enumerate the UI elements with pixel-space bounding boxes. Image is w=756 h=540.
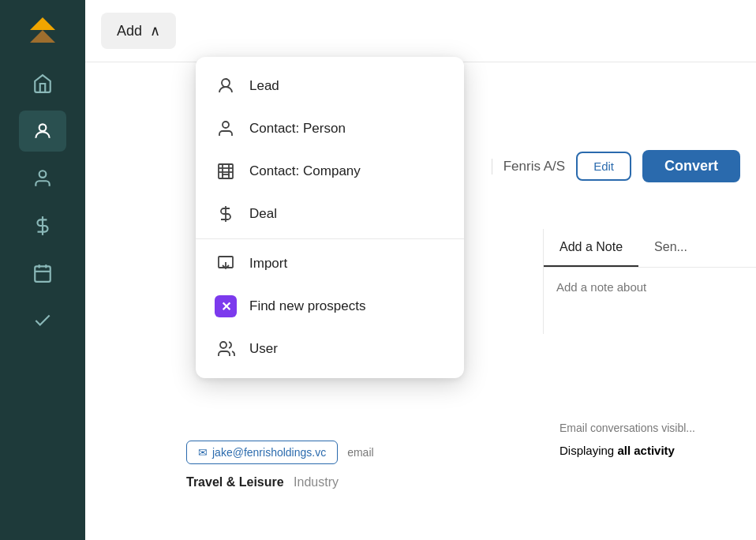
displaying-row: Displaying all activity (547, 444, 756, 457)
right-panel: Add a Note Sen... (543, 229, 756, 334)
svg-point-4 (39, 171, 47, 178)
main-content: Add ∧ Lead Contact: Person (85, 0, 756, 540)
svg-marker-0 (30, 17, 55, 30)
svg-point-11 (223, 122, 229, 128)
svg-point-3 (42, 130, 43, 132)
dropdown-item-deal[interactable]: Deal (196, 193, 464, 235)
add-dropdown-menu: Lead Contact: Person (196, 57, 464, 378)
email-type-label: email (347, 446, 373, 459)
sidebar-item-deals[interactable] (19, 205, 66, 246)
deal-icon (215, 203, 237, 225)
add-button-label: Add (117, 23, 142, 39)
sidebar-item-tasks[interactable] (19, 300, 66, 341)
sidebar-item-home[interactable] (19, 63, 66, 104)
chevron-up-icon: ∧ (150, 22, 160, 39)
email-icon: ✉ (198, 446, 208, 459)
company-action-row: Fenris A/S Edit Convert (492, 150, 740, 182)
sidebar-item-leads[interactable] (19, 111, 66, 152)
lead-label: Lead (249, 78, 279, 94)
contact-company-label: Contact: Company (249, 163, 361, 179)
edit-button[interactable]: Edit (576, 152, 631, 181)
dropdown-item-contact-person[interactable]: Contact: Person (196, 107, 464, 150)
industry-name: Travel & Leisure (186, 475, 284, 489)
displaying-label: Displaying (560, 444, 614, 457)
industry-row: Travel & Leisure Industry (186, 475, 339, 489)
email-row: ✉ jake@fenrisholdings.vc email (186, 441, 374, 464)
svg-rect-19 (223, 174, 229, 178)
contact-company-icon (215, 160, 237, 182)
sidebar (0, 0, 85, 540)
svg-point-2 (39, 124, 47, 131)
import-icon (215, 253, 237, 275)
find-prospects-icon: ✕ (215, 295, 237, 317)
svg-rect-6 (35, 266, 51, 282)
convert-button[interactable]: Convert (642, 150, 740, 182)
svg-point-27 (220, 342, 226, 348)
dropdown-item-find-prospects[interactable]: ✕ Find new prospects (196, 285, 464, 328)
company-name: Fenris A/S (492, 159, 565, 174)
dropdown-item-import[interactable]: Import (196, 242, 464, 285)
email-badge[interactable]: ✉ jake@fenrisholdings.vc (186, 441, 338, 464)
find-prospects-label: Find new prospects (249, 298, 365, 314)
dropdown-item-lead[interactable]: Lead (196, 65, 464, 107)
add-button[interactable]: Add ∧ (101, 13, 176, 49)
all-activity-label: all activity (617, 444, 675, 457)
svg-marker-1 (30, 30, 55, 43)
sidebar-item-contacts[interactable] (19, 158, 66, 199)
tab-send[interactable]: Sen... (638, 229, 703, 267)
import-label: Import (249, 256, 287, 272)
dropdown-divider (196, 238, 464, 239)
dropdown-item-user[interactable]: User (196, 328, 464, 370)
top-bar: Add ∧ (85, 0, 756, 62)
user-label: User (249, 341, 278, 357)
svg-point-10 (222, 79, 230, 87)
contact-person-icon (215, 118, 237, 140)
industry-label: Industry (294, 475, 339, 489)
deal-label: Deal (249, 206, 277, 222)
tabs-row: Add a Note Sen... (544, 229, 756, 268)
email-address: jake@fenrisholdings.vc (212, 446, 326, 459)
user-icon (215, 338, 237, 360)
app-logo[interactable] (25, 13, 60, 47)
contact-person-label: Contact: Person (249, 121, 346, 137)
svg-rect-12 (219, 164, 233, 178)
tab-add-note[interactable]: Add a Note (544, 229, 638, 267)
sidebar-item-calendar[interactable] (19, 253, 66, 294)
dropdown-item-contact-company[interactable]: Contact: Company (196, 150, 464, 193)
lead-icon (215, 75, 237, 97)
email-visible-text: Email conversations visibl... (547, 414, 756, 442)
note-textarea[interactable] (544, 268, 756, 331)
